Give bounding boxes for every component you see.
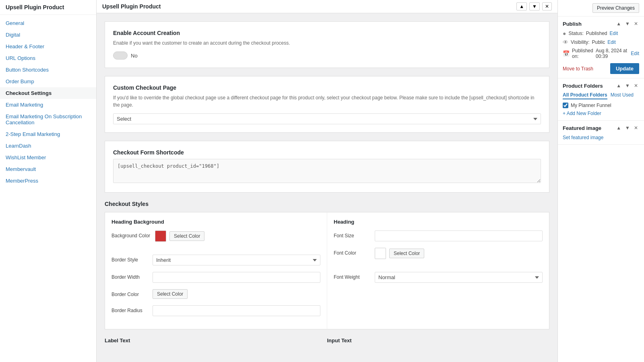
featured-image-title: Featured image	[563, 125, 601, 131]
background-color-field: Select Color	[155, 230, 320, 248]
status-label: Status:	[568, 31, 583, 36]
tab-all-folders[interactable]: All Product Folders	[563, 92, 607, 99]
border-style-select[interactable]: Inherit None Solid Dashed Dotted	[153, 255, 320, 265]
background-color-swatch[interactable]	[155, 230, 166, 242]
border-width-row: Border Width	[111, 272, 320, 283]
font-color-label: Font Color	[334, 248, 370, 256]
border-radius-row: Border Radius	[111, 305, 320, 316]
border-radius-label: Border Radius	[111, 305, 148, 313]
checkout-styles-heading: Checkout Styles	[105, 201, 549, 207]
font-weight-row: Font Weight Normal Bold Lighter Bolder	[334, 272, 543, 283]
main-content: Upsell Plugin Product ▲ ▼ ✕ Enable Accou…	[97, 0, 557, 362]
border-style-field: Inherit None Solid Dashed Dotted	[153, 255, 320, 265]
border-color-label: Border Color	[111, 289, 148, 297]
sidebar-item-order-bump[interactable]: Order Bump	[0, 76, 96, 87]
sidebar-item-url-options[interactable]: URL Options	[0, 52, 96, 64]
font-size-row: Font Size	[334, 230, 543, 241]
close-panel-button[interactable]: ✕	[542, 2, 552, 10]
publish-actions: Move to Trash Update	[563, 63, 639, 74]
status-row: ● Status: Published Edit	[563, 30, 639, 37]
visibility-row: 👁 Visibility: Public Edit	[563, 39, 639, 45]
featured-close[interactable]: ✕	[633, 125, 639, 131]
background-color-row-inner: Select Color	[155, 230, 320, 242]
checkout-shortcode-heading: Checkout Form Shortcode	[113, 149, 541, 156]
font-size-field	[375, 230, 543, 241]
border-width-input[interactable]	[153, 272, 320, 283]
folders-collapse-up[interactable]: ▲	[615, 82, 622, 89]
published-value: Aug 8, 2024 at 00:39	[596, 48, 628, 59]
sidebar-item-email-marketing[interactable]: Email Marketing	[0, 99, 96, 111]
enable-account-desc: Enable if you want the customer to creat…	[113, 39, 541, 47]
border-color-field: Select Color	[153, 289, 320, 299]
set-featured-image-link[interactable]: Set featured image	[563, 135, 603, 140]
folders-collapse-down[interactable]: ▼	[624, 82, 631, 89]
content-area: Enable Account Creation Enable if you wa…	[97, 13, 557, 352]
visibility-edit-link[interactable]: Edit	[607, 39, 616, 45]
move-to-trash-link[interactable]: Move to Trash	[563, 66, 593, 72]
font-weight-field: Normal Bold Lighter Bolder	[375, 272, 543, 283]
background-color-select-btn[interactable]: Select Color	[169, 231, 204, 241]
sidebar-item-button-shortcodes[interactable]: Button Shortcodes	[0, 64, 96, 76]
border-color-select-btn[interactable]: Select Color	[153, 289, 188, 299]
sidebar-item-memberpress[interactable]: MemberPress	[0, 175, 96, 187]
featured-collapse-up[interactable]: ▲	[615, 125, 622, 131]
publish-controls: ▲ ▼ ✕	[615, 21, 639, 27]
tab-most-used[interactable]: Most Used	[611, 92, 634, 99]
font-color-swatch[interactable]	[375, 248, 386, 259]
custom-checkout-desc: If you'd like to override the global che…	[113, 94, 541, 109]
border-color-row: Border Color Select Color	[111, 289, 320, 299]
border-radius-input[interactable]	[153, 305, 320, 316]
top-bar: Upsell Plugin Product ▲ ▼ ✕	[97, 0, 557, 13]
shortcode-textarea[interactable]: [upsell_checkout product_id="1968"]	[113, 159, 541, 183]
right-panel: Preview Changes Publish ▲ ▼ ✕ ● Status: …	[557, 0, 644, 362]
published-row: 📅 Published on: Aug 8, 2024 at 00:39 Edi…	[563, 48, 639, 59]
sidebar-item-wishlist-member[interactable]: WishList Member	[0, 152, 96, 163]
publish-collapse-down[interactable]: ▼	[624, 21, 631, 27]
sidebar-item-digital[interactable]: Digital	[0, 29, 96, 41]
styles-container: Heading Background Background Color Sele…	[105, 212, 549, 329]
border-style-row: Border Style Inherit None Solid Dashed D…	[111, 255, 320, 265]
heading-col: Heading Font Size Font Color	[327, 212, 549, 329]
publish-collapse-up[interactable]: ▲	[615, 21, 622, 27]
featured-collapse-down[interactable]: ▼	[624, 125, 631, 131]
preview-changes-button[interactable]: Preview Changes	[592, 3, 639, 13]
input-text-heading: Input Text	[327, 337, 550, 343]
product-folders-section: Product Folders ▲ ▼ ✕ All Product Folder…	[558, 78, 644, 121]
visibility-label: Visibility:	[571, 39, 589, 45]
folder-checkbox[interactable]	[563, 103, 568, 108]
custom-checkout-select[interactable]: Select	[113, 113, 541, 124]
folder-item: My Planner Funnel	[563, 103, 639, 108]
add-folder-link[interactable]: + Add New Folder	[563, 111, 639, 116]
visibility-value: Public	[592, 39, 605, 45]
checkout-styles-section: Checkout Styles Heading Background Backg…	[105, 201, 549, 343]
update-button[interactable]: Update	[610, 63, 639, 74]
sidebar-item-learndash[interactable]: LearnDash	[0, 140, 96, 152]
publish-close[interactable]: ✕	[633, 21, 639, 27]
heading-col-title: Heading	[334, 219, 543, 225]
font-weight-select[interactable]: Normal Bold Lighter Bolder	[375, 272, 543, 283]
enable-account-heading: Enable Account Creation	[113, 30, 541, 36]
calendar-icon: 📅	[563, 50, 570, 57]
collapse-down-button[interactable]: ▼	[529, 2, 540, 10]
sidebar-item-email-marketing-cancellation[interactable]: Email Marketing On Subscription Cancella…	[0, 111, 96, 128]
sidebar-item-general[interactable]: General	[0, 17, 96, 29]
custom-checkout-section: Custom Checkout Page If you'd like to ov…	[105, 76, 549, 133]
sidebar-item-header-footer[interactable]: Header & Footer	[0, 41, 96, 52]
collapse-up-button[interactable]: ▲	[516, 2, 527, 10]
page-title: Upsell Plugin Product	[102, 3, 161, 10]
top-bar-controls: ▲ ▼ ✕	[516, 2, 552, 10]
folders-close[interactable]: ✕	[633, 82, 639, 89]
status-edit-link[interactable]: Edit	[610, 31, 618, 36]
font-size-input[interactable]	[375, 230, 543, 241]
visibility-icon: 👁	[563, 39, 568, 45]
border-width-label: Border Width	[111, 272, 148, 280]
published-edit-link[interactable]: Edit	[631, 51, 639, 56]
sidebar-item-checkout-settings[interactable]: Checkout Settings	[0, 87, 96, 99]
sidebar-item-2step-email[interactable]: 2-Step Email Marketing	[0, 128, 96, 140]
sidebar-item-membervault[interactable]: Membervault	[0, 163, 96, 175]
heading-background-col: Heading Background Background Color Sele…	[105, 212, 327, 329]
enable-account-toggle[interactable]	[113, 51, 128, 60]
published-label: Published on:	[572, 48, 593, 59]
font-color-select-btn[interactable]: Select Color	[389, 249, 424, 258]
border-style-label: Border Style	[111, 255, 148, 263]
